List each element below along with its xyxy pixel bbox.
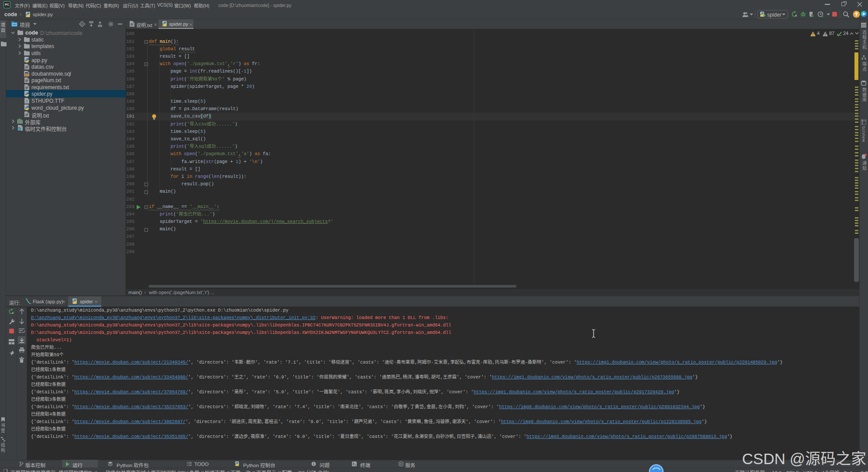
svg-text:?: ?	[26, 99, 28, 104]
